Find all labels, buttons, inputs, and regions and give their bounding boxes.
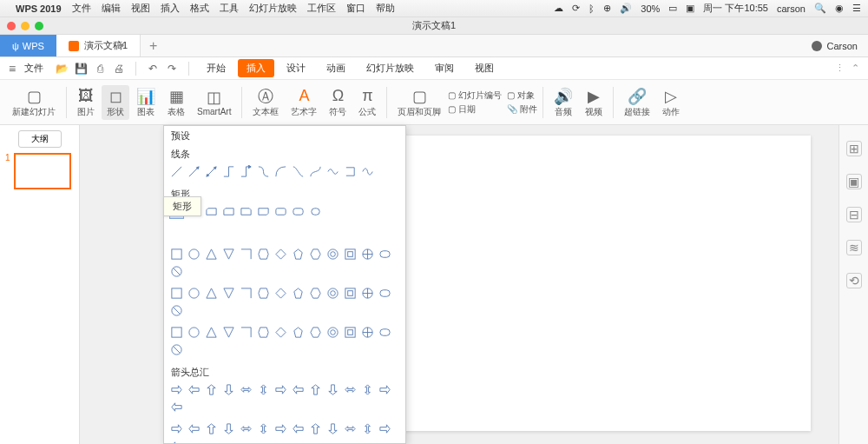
minimize-window-button[interactable] <box>21 22 30 30</box>
print-preview-icon[interactable]: 🖨 <box>111 61 127 76</box>
bluetooth-icon[interactable]: ᛒ <box>589 3 595 14</box>
ribbon-menu-icon[interactable]: ⋮ <box>835 63 845 74</box>
date-button[interactable]: ▢ 日期 <box>448 103 502 116</box>
app-name[interactable]: WPS 2019 <box>16 3 62 14</box>
shape-item[interactable] <box>256 204 271 219</box>
attachment-button[interactable]: 📎 附件 <box>507 103 537 116</box>
insert-wordart-button[interactable]: A艺术字 <box>286 85 322 120</box>
shape-item[interactable] <box>378 421 392 436</box>
shape-item[interactable] <box>239 286 253 301</box>
shape-item[interactable] <box>326 247 340 262</box>
shape-item[interactable] <box>221 204 236 219</box>
shape-item[interactable] <box>308 421 323 436</box>
shape-item[interactable] <box>256 286 271 301</box>
shape-item[interactable] <box>239 421 253 436</box>
shape-item[interactable] <box>239 247 253 262</box>
shape-item[interactable] <box>291 247 306 262</box>
volume-icon[interactable]: 🔊 <box>620 3 632 14</box>
file-menu[interactable]: 文件 <box>24 62 43 75</box>
menu-workspace[interactable]: 工作区 <box>307 2 336 15</box>
shape-item[interactable] <box>256 382 271 397</box>
save-icon[interactable]: 💾 <box>73 61 89 76</box>
open-icon[interactable]: 📂 <box>54 61 69 76</box>
insert-chart-button[interactable]: 📊图表 <box>131 85 161 120</box>
shape-item[interactable] <box>343 325 358 340</box>
clock-label[interactable]: 周一 下午10:55 <box>703 2 768 15</box>
panel-layout-icon[interactable]: ⊞ <box>846 141 862 156</box>
ribbon-tab-slideshow[interactable]: 幻灯片放映 <box>358 62 423 75</box>
insert-picture-button[interactable]: 🖼图片 <box>72 85 100 120</box>
shape-item[interactable] <box>343 421 358 436</box>
shape-item[interactable] <box>204 247 219 262</box>
shape-item[interactable] <box>187 325 201 340</box>
shape-item[interactable] <box>169 421 184 436</box>
shape-item[interactable] <box>343 382 358 397</box>
shape-item[interactable] <box>221 382 236 397</box>
shape-item[interactable] <box>169 247 184 262</box>
hamburger-icon[interactable]: ≡ <box>9 62 16 76</box>
shape-item[interactable] <box>291 286 306 301</box>
shape-item[interactable] <box>273 204 288 219</box>
input-icon[interactable]: ▣ <box>686 3 694 14</box>
shape-item[interactable] <box>204 164 219 179</box>
shape-item[interactable] <box>204 204 219 219</box>
redo-icon[interactable]: ↷ <box>164 61 180 76</box>
shape-item[interactable] <box>169 439 184 443</box>
shape-item[interactable] <box>239 382 253 397</box>
hyperlink-button[interactable]: 🔗超链接 <box>619 85 655 120</box>
shape-item[interactable] <box>221 421 236 436</box>
shape-item[interactable] <box>360 421 375 436</box>
shape-item[interactable] <box>221 286 236 301</box>
ribbon-tab-design[interactable]: 设计 <box>278 62 314 75</box>
shape-item[interactable] <box>291 204 306 219</box>
menu-tools[interactable]: 工具 <box>220 2 239 15</box>
notification-icon[interactable]: ☰ <box>852 3 861 14</box>
shape-item[interactable] <box>273 382 288 397</box>
slide-thumbnail[interactable] <box>14 153 71 189</box>
insert-textbox-button[interactable]: Ⓐ文本框 <box>247 85 284 120</box>
menu-slideshow[interactable]: 幻灯片放映 <box>249 2 297 15</box>
ribbon-tab-review[interactable]: 审阅 <box>426 62 463 75</box>
shape-item[interactable] <box>187 421 201 436</box>
shape-item[interactable] <box>343 286 358 301</box>
shape-item[interactable] <box>221 164 236 179</box>
shape-item[interactable] <box>187 286 201 301</box>
maximize-window-button[interactable] <box>35 22 43 30</box>
shape-item[interactable] <box>343 164 358 179</box>
shape-item[interactable] <box>360 382 375 397</box>
shape-item[interactable] <box>256 164 271 179</box>
ribbon-collapse-icon[interactable]: ⌃ <box>852 63 859 74</box>
undo-icon[interactable]: ↶ <box>145 61 161 76</box>
shape-item[interactable] <box>308 382 323 397</box>
insert-table-button[interactable]: ▦表格 <box>162 85 190 120</box>
user-account[interactable]: Carson <box>801 35 868 56</box>
document-tab[interactable]: 演示文稿1 • <box>56 35 141 56</box>
shape-item[interactable] <box>291 382 306 397</box>
search-icon[interactable]: 🔍 <box>814 3 826 14</box>
slide-canvas[interactable] <box>359 136 811 431</box>
menu-window[interactable]: 窗口 <box>346 2 365 15</box>
shape-item[interactable] <box>187 164 201 179</box>
shape-item[interactable] <box>291 421 306 436</box>
shape-item[interactable] <box>308 164 323 179</box>
shape-item[interactable] <box>169 325 184 340</box>
siri-icon[interactable]: ◉ <box>835 3 844 14</box>
shape-item[interactable] <box>169 164 184 179</box>
insert-audio-button[interactable]: 🔊音频 <box>549 85 578 120</box>
shape-item[interactable] <box>308 204 323 219</box>
shape-item[interactable] <box>326 382 340 397</box>
ribbon-tab-view[interactable]: 视图 <box>466 62 503 75</box>
insert-equation-button[interactable]: π公式 <box>353 85 381 120</box>
outline-button[interactable]: 大纲 <box>18 130 62 148</box>
shape-item[interactable] <box>221 325 236 340</box>
shape-item[interactable] <box>169 342 184 357</box>
wps-home-tab[interactable]: ψ WPS <box>0 35 56 56</box>
sync-icon[interactable]: ⟳ <box>572 3 580 14</box>
close-window-button[interactable] <box>7 22 16 30</box>
panel-object-icon[interactable]: ▣ <box>846 174 862 189</box>
battery-icon[interactable]: ▭ <box>668 3 677 14</box>
action-button[interactable]: ▷动作 <box>657 85 685 120</box>
slide-number-button[interactable]: ▢ 幻灯片编号 <box>448 89 502 102</box>
shape-item[interactable] <box>378 382 392 397</box>
shape-item[interactable] <box>360 164 375 179</box>
